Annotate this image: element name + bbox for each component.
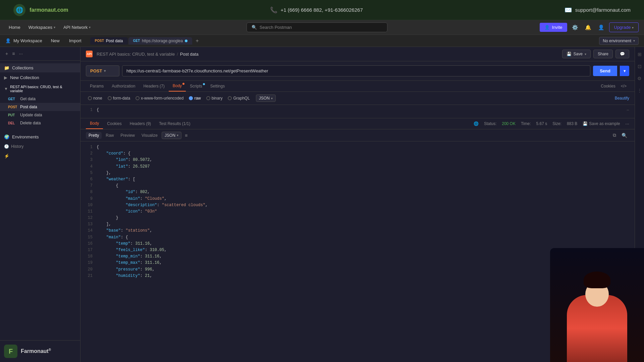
response-header: Body Cookies Headers (9) Test Results (1… bbox=[80, 118, 635, 129]
api-item-get-data[interactable]: GET Get data bbox=[0, 95, 80, 103]
new-collection-item[interactable]: ▶ New Collection bbox=[0, 72, 80, 83]
body-tab[interactable]: Body bbox=[169, 81, 186, 92]
import-button[interactable]: Import bbox=[66, 37, 85, 45]
nav-api-network[interactable]: API Network ▾ bbox=[60, 23, 94, 32]
filter-button[interactable]: ≡ bbox=[183, 132, 190, 139]
response-cookies-tab[interactable]: Cookies bbox=[103, 119, 125, 129]
response-json-select[interactable]: JSON ▾ bbox=[162, 132, 181, 139]
brand-name: Farmonaut® bbox=[21, 348, 51, 354]
response-right-icons: ⧉ 🔍 bbox=[611, 131, 629, 139]
json-line-19: 19 "temp_max": 311.16, bbox=[86, 260, 629, 266]
scripts-tab[interactable]: Scripts bbox=[186, 81, 206, 91]
json-line-16: 16 "temp": 311.16, bbox=[86, 241, 629, 247]
line-number-1: 1 bbox=[86, 108, 93, 112]
urlencoded-radio[interactable]: x-www-form-urlencoded bbox=[133, 95, 185, 101]
chevron-right-icon: ▶ bbox=[4, 75, 7, 80]
chevron-down-icon: ▼ bbox=[4, 86, 8, 91]
more-options-button[interactable]: ··· bbox=[17, 50, 24, 58]
raw-format-button[interactable]: Raw bbox=[103, 132, 116, 139]
sort-collections-button[interactable]: ≡ bbox=[11, 50, 16, 58]
api-item-delete-data[interactable]: DEL Delete data bbox=[0, 119, 80, 127]
add-collection-button[interactable]: + bbox=[4, 50, 9, 58]
tabs-area: POST Post data GET https://storage.googl… bbox=[90, 37, 639, 45]
breadcrumb: API REST API basics: CRUD, test & variab… bbox=[86, 51, 199, 57]
json-line-17: 17 "feels_like": 310.05, bbox=[86, 247, 629, 253]
right-panel-icon-2[interactable]: ⊡ bbox=[636, 62, 644, 71]
request-body-editor[interactable]: 1 { − bbox=[80, 105, 635, 118]
right-panel-icon-4[interactable]: ⋮ bbox=[635, 86, 644, 95]
environment-selector[interactable]: No environment ▾ bbox=[599, 37, 639, 45]
authorization-tab[interactable]: Authorization bbox=[108, 81, 139, 91]
add-tab-button[interactable]: + bbox=[193, 37, 201, 45]
banner-email: ✉️ support@farmonaut.com bbox=[565, 6, 631, 14]
opening-brace: { bbox=[97, 108, 99, 112]
send-button[interactable]: Send bbox=[593, 66, 617, 76]
sidebar-icon-group: + ≡ ··· bbox=[4, 50, 24, 58]
banner-website: 🌐 farmonaut.com bbox=[13, 4, 68, 16]
api-network-chevron-icon: ▾ bbox=[89, 25, 91, 29]
comments-button[interactable]: 💬 bbox=[615, 50, 629, 58]
form-data-radio[interactable]: form-data bbox=[106, 95, 132, 101]
breadcrumb-separator: / bbox=[177, 52, 178, 57]
send-dropdown-button[interactable]: ▾ bbox=[620, 66, 629, 76]
breadcrumb-actions: 💾 Save ▾ Share 💬 bbox=[562, 50, 629, 58]
raw-radio[interactable]: raw bbox=[187, 95, 203, 101]
save-button[interactable]: 💾 Save ▾ bbox=[562, 50, 591, 58]
tab-get-data[interactable]: GET https://storage.googlea bbox=[128, 37, 193, 45]
graphql-radio[interactable]: GraphQL bbox=[226, 95, 252, 101]
settings-button[interactable]: ⚙️ bbox=[570, 22, 580, 33]
response-body-tab[interactable]: Body bbox=[86, 118, 103, 129]
method-chevron-icon: ▾ bbox=[104, 69, 106, 73]
response-more-button[interactable]: ··· bbox=[625, 121, 629, 126]
pretty-button[interactable]: Pretty bbox=[86, 132, 102, 139]
share-button[interactable]: Share bbox=[593, 50, 613, 58]
nav-home[interactable]: Home bbox=[5, 23, 24, 32]
none-radio[interactable]: none bbox=[86, 95, 104, 101]
json-line-8: 8 "id": 802, bbox=[86, 189, 629, 195]
method-select[interactable]: POST ▾ bbox=[86, 65, 119, 76]
graphql-radio-btn bbox=[228, 96, 232, 100]
sidebar-item-environments[interactable]: 🌍 Environments bbox=[0, 132, 80, 141]
tab-bar: 👤 My Workspace New Import POST Post data… bbox=[0, 35, 644, 47]
api-item-put-data[interactable]: PUT Update data bbox=[0, 111, 80, 119]
save-chevron-icon: ▾ bbox=[585, 52, 586, 56]
invite-button[interactable]: 👤 Invite bbox=[540, 23, 567, 32]
beautify-button[interactable]: Beautify bbox=[615, 96, 629, 101]
sidebar-item-flows[interactable]: ⚡ bbox=[0, 152, 80, 161]
settings-tab[interactable]: Settings bbox=[206, 81, 229, 91]
upgrade-button[interactable]: Upgrade ▾ bbox=[609, 22, 639, 32]
save-as-example-button[interactable]: 💾 Save as example bbox=[583, 121, 620, 126]
cookies-button[interactable]: Cookies bbox=[598, 81, 618, 91]
api-item-post-data[interactable]: POST Post data bbox=[0, 103, 80, 111]
headers-tab[interactable]: Headers (7) bbox=[139, 81, 168, 91]
search-bar[interactable]: 🔍 Search Postman bbox=[247, 22, 387, 32]
person-plus-icon: 👤 bbox=[544, 25, 550, 30]
params-tab[interactable]: Params bbox=[86, 81, 108, 91]
nav-workspaces[interactable]: Workspaces ▾ bbox=[25, 23, 59, 32]
environments-icon: 🌍 bbox=[4, 134, 9, 139]
new-tab-button[interactable]: New bbox=[48, 37, 63, 45]
sidebar-item-collections[interactable]: 📁 Collections bbox=[0, 63, 80, 72]
right-panel-icon-3[interactable]: ⚙ bbox=[635, 74, 644, 83]
json-format-select[interactable]: JSON ▾ bbox=[256, 95, 276, 102]
search-response-button[interactable]: 🔍 bbox=[620, 131, 629, 139]
tab-dot-indicator bbox=[185, 40, 187, 42]
tab-post-data[interactable]: POST Post data bbox=[90, 37, 128, 45]
bell-button[interactable]: 🔔 bbox=[583, 22, 593, 33]
url-input[interactable] bbox=[122, 65, 590, 76]
avatar-button[interactable]: 👤 bbox=[596, 22, 606, 33]
right-panel-icon-1[interactable]: ⊞ bbox=[636, 50, 644, 59]
size-value: 883 B bbox=[567, 121, 577, 126]
visualize-button[interactable]: Visualize bbox=[139, 132, 160, 139]
code-snippet-button[interactable]: </> bbox=[618, 81, 629, 91]
copy-response-button[interactable]: ⧉ bbox=[611, 131, 618, 139]
response-json-chevron-icon: ▾ bbox=[177, 133, 178, 137]
sidebar-brand: F Farmonaut® bbox=[0, 340, 80, 362]
sidebar-item-history[interactable]: 🕐 History bbox=[0, 141, 80, 152]
response-headers-tab[interactable]: Headers (9) bbox=[126, 119, 155, 129]
test-results-tab[interactable]: Test Results (1/1) bbox=[155, 119, 194, 129]
preview-button[interactable]: Preview bbox=[118, 132, 138, 139]
collection-rest-api[interactable]: ▼ REST API basics: CRUD, test & variable bbox=[0, 83, 80, 95]
raw-radio-btn bbox=[189, 96, 193, 100]
binary-radio[interactable]: binary bbox=[204, 95, 225, 101]
